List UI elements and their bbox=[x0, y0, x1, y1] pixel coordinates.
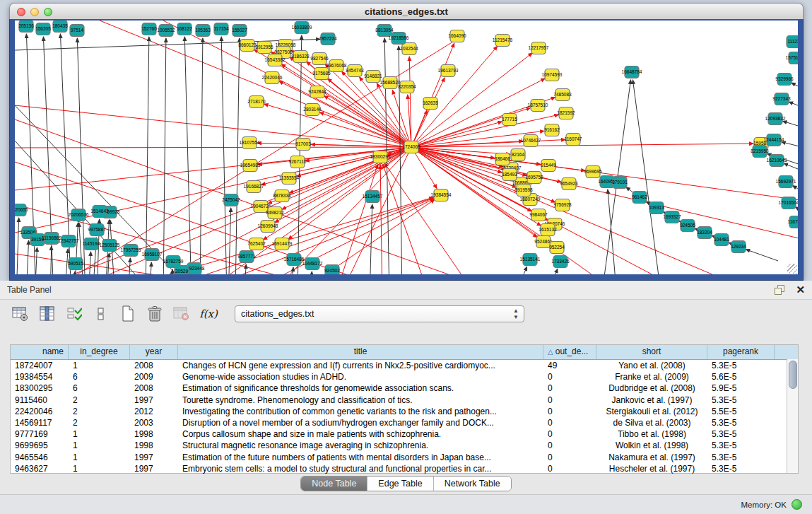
table-row[interactable]: 977716911998Corpus callosum shape and si… bbox=[11, 428, 798, 440]
citation-edge-black[interactable] bbox=[370, 204, 372, 274]
network-node-teal[interactable]: 152760 bbox=[141, 23, 157, 35]
network-node-yellow[interactable]: 185493 bbox=[502, 169, 517, 181]
table-cell[interactable]: Disruption of a novel member of a sodium… bbox=[178, 417, 543, 428]
table-cell[interactable]: 0 bbox=[543, 463, 596, 474]
network-node-teal[interactable]: 8215958 bbox=[751, 146, 769, 158]
function-builder-button[interactable]: f(x) bbox=[199, 305, 218, 323]
table-cell[interactable]: Dudbridge et al. (2008) bbox=[596, 382, 707, 394]
citation-edge-red[interactable] bbox=[411, 147, 798, 240]
network-node-yellow[interactable]: 19384554 bbox=[431, 189, 452, 201]
table-cell[interactable]: 9699695 bbox=[11, 440, 69, 451]
table-cell[interactable]: 2008 bbox=[130, 382, 178, 394]
table-row[interactable]: 911546021997Tourette syndrome. Phenomeno… bbox=[11, 395, 798, 406]
citation-edge-black[interactable] bbox=[784, 163, 798, 172]
citation-edge-black[interactable] bbox=[221, 37, 227, 274]
network-node-teal[interactable]: 12093832 bbox=[765, 113, 786, 125]
table-cell[interactable]: Wolkin et al. (1998) bbox=[596, 440, 707, 451]
network-node-yellow[interactable]: 9654923 bbox=[560, 178, 578, 190]
network-node-yellow[interactable]: 9984067 bbox=[529, 209, 548, 221]
table-cell[interactable]: 2012 bbox=[130, 406, 178, 417]
network-node-yellow[interactable]: 8660123 bbox=[238, 40, 257, 52]
network-node-yellow[interactable]: 9756928 bbox=[553, 199, 572, 211]
table-cell[interactable]: Estimation of significance thresholds fo… bbox=[178, 382, 543, 394]
network-node-teal[interactable]: 16033809 bbox=[292, 22, 312, 34]
network-node-teal[interactable]: 1005532 bbox=[157, 25, 175, 37]
table-cell[interactable]: 1 bbox=[69, 440, 130, 451]
network-node-yellow[interactable]: 916162 bbox=[544, 124, 560, 136]
network-node-teal[interactable]: 16648784 bbox=[622, 66, 642, 78]
network-node-teal[interactable]: 109313 bbox=[649, 202, 664, 214]
citation-edge-red[interactable] bbox=[384, 163, 481, 274]
table-cell[interactable]: 0 bbox=[543, 440, 596, 451]
network-node-yellow[interactable]: 12217957 bbox=[529, 42, 549, 54]
table-cell[interactable]: Hescheler et al. (1997) bbox=[596, 463, 707, 474]
table-cell[interactable]: 5.6E-5 bbox=[707, 371, 775, 382]
network-node-yellow[interactable]: 8220354 bbox=[398, 81, 416, 93]
network-node-teal[interactable]: 183204 bbox=[697, 227, 712, 239]
delete-table-button-disabled[interactable] bbox=[172, 305, 191, 323]
network-node-teal[interactable]: 156205 bbox=[35, 23, 51, 35]
network-node-yellow[interactable]: 19654985 bbox=[240, 160, 261, 172]
citation-edge-black[interactable] bbox=[16, 218, 19, 274]
table-cell[interactable]: 2008 bbox=[130, 360, 178, 371]
table-cell[interactable]: Jankovic et al. (1997) bbox=[596, 395, 707, 406]
table-cell[interactable]: 2 bbox=[69, 395, 130, 406]
table-cell[interactable]: Investigating the contribution of common… bbox=[178, 406, 543, 417]
table-cell[interactable]: de Silva et al. (2003) bbox=[596, 417, 707, 428]
citation-edge-black[interactable] bbox=[200, 38, 203, 274]
table-row[interactable]: 969969511998Structural magnetic resonanc… bbox=[11, 440, 798, 451]
table-row[interactable]: 1830029562008Estimation of significance … bbox=[11, 382, 798, 394]
network-node-yellow[interactable]: 7625402 bbox=[247, 238, 266, 250]
table-cell[interactable]: Tourette syndrome. Phenomenology and cla… bbox=[178, 395, 543, 406]
table-selector-dropdown[interactable]: citations_edges.txt ▲▼ bbox=[235, 305, 524, 322]
citation-edge-black[interactable] bbox=[146, 37, 149, 274]
citation-edge-black[interactable] bbox=[789, 102, 798, 108]
network-node-teal[interactable]: 12444154 bbox=[764, 134, 784, 146]
network-node-yellow[interactable]: 2718170 bbox=[247, 96, 266, 108]
table-cell[interactable]: 0 bbox=[543, 452, 596, 463]
table-cell[interactable]: Corpus callosum shape and size in male p… bbox=[178, 428, 543, 440]
network-node-yellow[interactable]: 7485083 bbox=[553, 89, 572, 101]
network-node-yellow[interactable]: 82164 bbox=[511, 149, 525, 161]
table-cell[interactable]: Genome-wide association studies in ADHD. bbox=[178, 371, 543, 382]
network-node-teal[interactable]: 168122 bbox=[177, 23, 192, 35]
network-node-teal[interactable]: 205136 bbox=[18, 21, 34, 33]
network-node-teal[interactable]: 9857771 bbox=[237, 251, 256, 263]
citation-edge-red[interactable] bbox=[383, 164, 432, 274]
table-cell[interactable]: 6 bbox=[69, 371, 130, 382]
network-node-teal[interactable]: 16958107 bbox=[142, 249, 163, 261]
citation-edge-black[interactable] bbox=[792, 83, 798, 90]
network-node-teal[interactable]: 9227343 bbox=[772, 93, 791, 105]
table-cell[interactable]: 5.3E-5 bbox=[707, 360, 775, 371]
table-cell[interactable]: 5.3E-5 bbox=[707, 417, 775, 428]
network-node-teal[interactable]: 1167533 bbox=[788, 216, 798, 228]
network-node-yellow[interactable]: 1821592 bbox=[557, 107, 575, 119]
table-cell[interactable]: 1997 bbox=[130, 395, 178, 406]
network-node-teal[interactable]: 97514 bbox=[70, 25, 84, 37]
table-cell[interactable]: 0 bbox=[543, 428, 596, 440]
network-node-teal[interactable]: 924502 bbox=[324, 265, 340, 275]
network-node-teal[interactable]: 155027 bbox=[232, 25, 247, 37]
network-node-yellow[interactable]: 917003 bbox=[295, 139, 311, 151]
network-canvas[interactable]: 1724069866012389129551822605898275081654… bbox=[15, 21, 798, 274]
table-cell[interactable]: 5.3E-5 bbox=[707, 428, 775, 440]
network-node-teal[interactable]: 924505 bbox=[680, 220, 695, 232]
network-node-teal[interactable]: 7857224 bbox=[319, 33, 337, 45]
network-node-yellow[interactable]: 19613793 bbox=[438, 65, 459, 77]
table-cell[interactable]: 0 bbox=[543, 371, 596, 382]
table-cell[interactable]: Nakamura et al. (1997) bbox=[596, 452, 707, 463]
network-node-yellow[interactable]: 9699695 bbox=[584, 166, 602, 178]
network-node-teal[interactable]: 12342757 bbox=[59, 235, 79, 247]
network-node-yellow[interactable]: 915449 bbox=[541, 160, 556, 172]
network-node-yellow[interactable]: 8498212 bbox=[266, 207, 284, 219]
network-node-yellow[interactable]: 10746427 bbox=[521, 135, 541, 147]
network-node-yellow[interactable]: 8186328 bbox=[291, 51, 310, 63]
citation-edge-red[interactable] bbox=[15, 147, 411, 148]
citation-edge-black[interactable] bbox=[795, 207, 798, 213]
table-cell[interactable]: 1 bbox=[69, 428, 130, 440]
citation-edge-black[interactable] bbox=[746, 250, 778, 261]
network-node-yellow[interactable]: 11353554 bbox=[279, 173, 300, 185]
citation-edge-black[interactable] bbox=[783, 121, 798, 128]
table-cell[interactable]: Estimation of the future numbers of pati… bbox=[178, 452, 543, 463]
float-panel-icon[interactable] bbox=[775, 285, 786, 295]
